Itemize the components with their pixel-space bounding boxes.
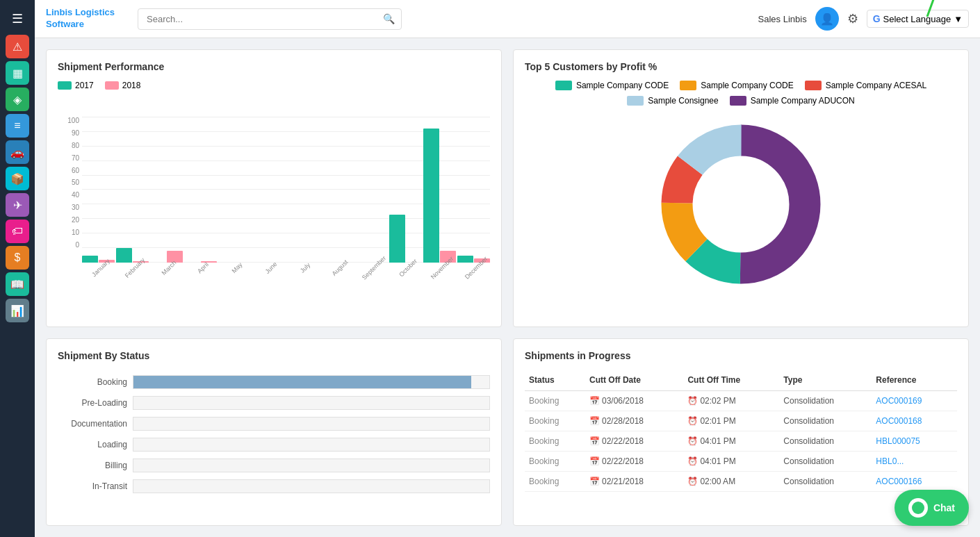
legend-2018-color [105, 81, 119, 90]
legend-2018-label: 2018 [122, 81, 141, 90]
hbar-track-documentation [133, 417, 490, 431]
hbar-track-loading [133, 438, 490, 452]
col-type: Type [779, 370, 872, 391]
arrow-container: G Select Language ▼ [867, 10, 969, 28]
search-input[interactable] [138, 8, 402, 30]
hamburger-icon[interactable]: ☰ [0, 6, 35, 32]
sidebar-icon-alert[interactable]: ⚠ [6, 35, 29, 58]
app-title-line1: Linbis Logistics [46, 7, 115, 17]
hbar-row-billing: Billing [58, 458, 490, 472]
ref-link[interactable]: HBL000075 [876, 436, 920, 446]
shipments-in-progress-title: Shipments in Progress [525, 350, 957, 361]
ref-cell: AOC000168 [872, 411, 957, 431]
legend-2017: 2017 [58, 81, 94, 90]
date-cell: 📅03/06/2018 [585, 391, 683, 411]
ref-link[interactable]: HBL0... [876, 456, 904, 466]
bar-2017-feb [116, 248, 132, 263]
ref-cell: HBL0... [872, 452, 957, 472]
bar-chart-inner: 100 90 80 70 60 50 40 30 20 10 0 [58, 117, 490, 263]
date-cell: 📅02/28/2018 [585, 411, 683, 431]
hbar-fill-booking [133, 376, 471, 388]
hbar-row-documentation: Documentation [58, 417, 490, 431]
sidebar-icon-layers[interactable]: ◈ [6, 88, 29, 111]
progress-table: Status Cutt Off Date Cutt Off Time Type … [525, 370, 957, 492]
hbar-track-preloading [133, 396, 490, 410]
sidebar-icon-truck[interactable]: 🚗 [6, 140, 29, 164]
top5-title: Top 5 Customers by Profit % [525, 61, 957, 72]
chart-legend: 2017 2018 [58, 81, 490, 90]
time-cell: ⏰02:02 PM [683, 391, 779, 411]
hbar-label-documentation: Documentation [58, 419, 127, 429]
donut-chart [651, 114, 831, 295]
sidebar-icon-dollar[interactable]: $ [6, 246, 29, 270]
app-logo: Linbis Logistics Software [46, 7, 129, 31]
date-cell: 📅02/22/2018 [585, 431, 683, 452]
legend-label-1: Sample Company CODE [576, 81, 669, 90]
hbar-row-preloading: Pre-Loading [58, 396, 490, 410]
legend-2017-color [58, 81, 72, 90]
status-cell: Booking [529, 477, 559, 486]
legend-label-2: Sample Company CODE [701, 81, 793, 90]
bar-2017-nov [423, 129, 439, 263]
sidebar-icon-chart[interactable]: 📊 [6, 299, 29, 322]
language-selector[interactable]: G Select Language ▼ [867, 10, 969, 28]
language-label: Select Language [883, 14, 952, 24]
avatar[interactable]: 👤 [815, 7, 839, 31]
hbar-track-intransit [133, 479, 490, 493]
status-cell: Booking [529, 396, 559, 406]
ref-link[interactable]: AOC000169 [876, 396, 922, 406]
col-reference: Reference [872, 370, 957, 391]
sidebar-icon-grid[interactable]: ▦ [6, 61, 29, 85]
legend-item-1: Sample Company CODE [555, 81, 669, 90]
user-name-label: Sales Linbis [758, 14, 807, 24]
shipment-by-status-title: Shipment By Status [58, 350, 490, 361]
chat-button[interactable]: Chat [895, 490, 969, 526]
legend-color-5 [730, 96, 746, 106]
legend-label-4: Sample Consignee [648, 96, 718, 106]
legend-2017-label: 2017 [75, 81, 94, 90]
shipment-performance-card: Shipment Performance 2017 2018 100 90 80 [46, 49, 502, 327]
date-cell: 📅02/22/2018 [585, 452, 683, 472]
time-cell: ⏰02:00 AM [683, 472, 779, 492]
main-area: Linbis Logistics Software 🔍 Sales Linbis… [35, 0, 980, 537]
legend-label-3: Sample Company ACESAL [826, 81, 926, 90]
hbar-track-booking [133, 375, 490, 389]
sidebar-icon-stack[interactable]: ≡ [6, 114, 29, 138]
shipment-by-status-card: Shipment By Status Booking Pre-Loading D… [46, 338, 502, 526]
time-cell: ⏰04:01 PM [683, 452, 779, 472]
table-row: Booking 📅03/06/2018 ⏰02:02 PM Consolidat… [525, 391, 957, 411]
hbar-label-preloading: Pre-Loading [58, 398, 127, 408]
type-cell: Consolidation [779, 431, 872, 452]
google-icon: G [873, 13, 881, 24]
hbar-row-loading: Loading [58, 438, 490, 452]
ref-cell: HBL000075 [872, 431, 957, 452]
time-cell: ⏰04:01 PM [683, 431, 779, 452]
bar-2017-dec [457, 256, 473, 263]
sidebar-icon-plane[interactable]: ✈ [6, 193, 29, 217]
y-axis: 100 90 80 70 60 50 40 30 20 10 0 [58, 117, 82, 249]
hbar-label-loading: Loading [58, 440, 127, 449]
legend-item-4: Sample Consignee [627, 96, 718, 106]
gear-icon[interactable]: ⚙ [847, 11, 858, 26]
table-row: Booking 📅02/28/2018 ⏰02:01 PM Consolidat… [525, 411, 957, 431]
table-body: Booking 📅03/06/2018 ⏰02:02 PM Consolidat… [525, 391, 957, 492]
type-cell: Consolidation [779, 391, 872, 411]
sidebar-icon-book[interactable]: 📖 [6, 272, 29, 296]
app-title-line2: Software [46, 19, 84, 29]
chat-bubble-icon [912, 502, 924, 514]
bar-2017-jan [82, 256, 98, 263]
search-icon: 🔍 [383, 13, 395, 24]
col-time: Cutt Off Time [683, 370, 779, 391]
sidebar-icon-box[interactable]: 📦 [6, 167, 29, 190]
legend-color-1 [555, 81, 572, 90]
bar-group-nov [423, 129, 456, 263]
ref-link[interactable]: AOC000168 [876, 416, 922, 426]
sidebar-icon-tag[interactable]: 🏷 [6, 220, 29, 243]
ref-link[interactable]: AOC000166 [876, 477, 922, 486]
hbar-row-intransit: In-Transit [58, 479, 490, 493]
table-header: Status Cutt Off Date Cutt Off Time Type … [525, 370, 957, 391]
donut-container: Sample Company CODE Sample Company CODE … [525, 81, 957, 295]
status-cell: Booking [529, 436, 559, 446]
ref-cell: AOC000169 [872, 391, 957, 411]
legend-label-5: Sample Company ADUCON [751, 96, 855, 106]
